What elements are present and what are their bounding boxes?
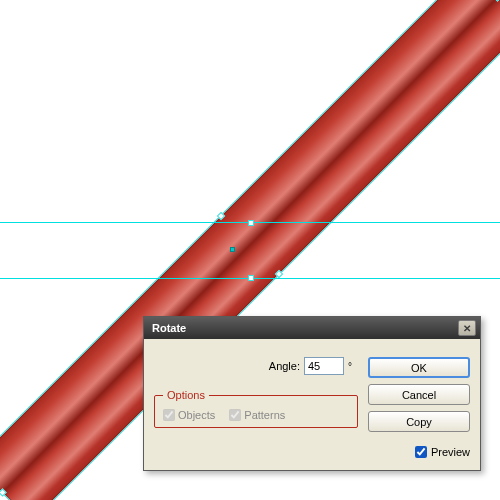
dialog-titlebar[interactable]: Rotate ✕ <box>144 317 480 339</box>
close-icon: ✕ <box>463 323 471 334</box>
anchor-point[interactable] <box>248 220 254 226</box>
angle-input[interactable] <box>304 357 344 375</box>
objects-checkbox <box>163 409 175 421</box>
resize-handle-bc[interactable] <box>0 488 7 496</box>
copy-button[interactable]: Copy <box>368 411 470 432</box>
preview-checkbox[interactable] <box>415 446 427 458</box>
close-button[interactable]: ✕ <box>458 320 476 336</box>
patterns-text: Patterns <box>244 409 285 421</box>
rotation-reference-point[interactable] <box>230 247 235 252</box>
resize-handle-tc[interactable] <box>493 0 500 2</box>
preview-label: Preview <box>431 446 470 458</box>
patterns-checkbox-label: Patterns <box>229 409 285 421</box>
angle-label: Angle: <box>269 360 300 372</box>
options-legend: Options <box>163 389 209 401</box>
rotate-dialog: Rotate ✕ Angle: ° Options Objects <box>143 316 481 471</box>
patterns-checkbox <box>229 409 241 421</box>
objects-text: Objects <box>178 409 215 421</box>
resize-handle-lc[interactable] <box>217 212 225 220</box>
options-fieldset: Options Objects Patterns <box>154 389 358 428</box>
degree-symbol: ° <box>348 361 352 372</box>
dialog-title: Rotate <box>152 322 186 334</box>
angle-row: Angle: ° <box>154 357 358 375</box>
ok-button[interactable]: OK <box>368 357 470 378</box>
preview-row[interactable]: Preview <box>368 446 470 458</box>
cancel-button[interactable]: Cancel <box>368 384 470 405</box>
anchor-point[interactable] <box>248 275 254 281</box>
resize-handle-rc[interactable] <box>275 270 283 278</box>
objects-checkbox-label: Objects <box>163 409 215 421</box>
